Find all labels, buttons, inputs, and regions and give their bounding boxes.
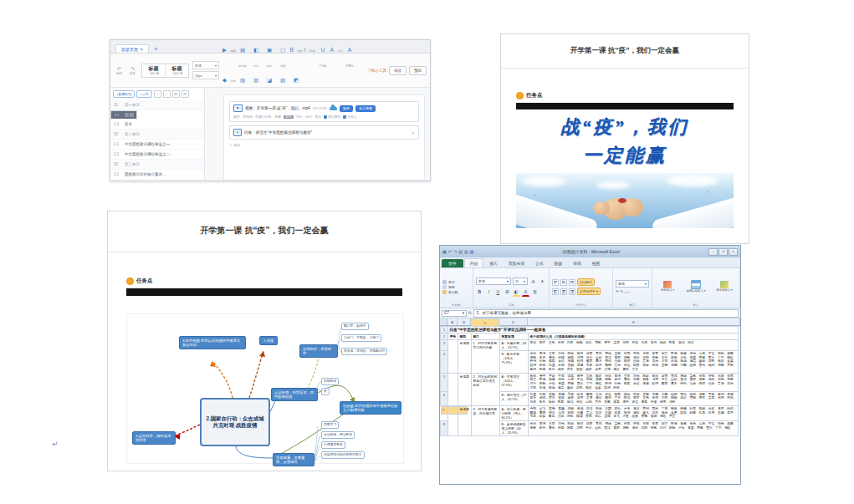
undo-button[interactable]: ↶撤销 bbox=[114, 66, 125, 75]
font-color-button[interactable]: A bbox=[522, 288, 529, 297]
toolbar-icon-button[interactable]: ▤ 素材库 bbox=[236, 40, 249, 70]
cell-option[interactable]: A：专心备课，用心钻研（78人，64.1%） bbox=[500, 405, 529, 420]
edit-pencil-icon[interactable]: ✎ bbox=[140, 47, 143, 52]
qat-icon[interactable]: ▤ bbox=[458, 249, 463, 254]
align-center-button[interactable] bbox=[560, 288, 567, 295]
checkbox-checked-icon[interactable] bbox=[324, 115, 327, 119]
align-right-button[interactable] bbox=[569, 288, 575, 295]
cell-option[interactable]: A：非常关注（103人，57.3%） bbox=[500, 373, 529, 391]
editor-page-tab[interactable]: 新建页面 ✎ bbox=[115, 44, 149, 53]
mindmap-center-node[interactable]: 2.国家在行动：众志成城 共克时艰 战胜疫情 bbox=[200, 398, 270, 446]
number-format-select[interactable]: 常规▾ bbox=[616, 280, 649, 288]
wrap-text-button[interactable]: 自动换行 bbox=[577, 278, 595, 286]
italic-button[interactable]: I bbox=[485, 288, 493, 296]
mindmap-leaf[interactable]: 新冠肺炎 bbox=[321, 378, 339, 385]
outline-item-selected[interactable]: 1.1开学第一课 抗“疫”，我… bbox=[110, 110, 137, 120]
mindmap-leaf[interactable]: 早发现，早报告，早隔离治疗 bbox=[341, 348, 387, 355]
questionnaire-block[interactable]: ≡ 问卷：师范生“中学思想政治课程与教学” ✕ bbox=[229, 125, 419, 140]
close-button[interactable]: ✕ bbox=[729, 248, 738, 256]
tab-page-layout[interactable]: 页面布局 bbox=[504, 259, 529, 267]
header-cell[interactable]: 题型 bbox=[458, 333, 472, 340]
copy-button[interactable]: ⧉ bbox=[172, 90, 180, 98]
cell-names[interactable]: 陈洁、李婷、王慧、张倩、刘芳、杨柳、赵欣、黄敏、周平、吴霞、徐娟、孙杰、马俊、朱… bbox=[529, 340, 739, 351]
mindmap-leaf[interactable]: 传染病防治知识和防控要求 bbox=[321, 451, 365, 459]
cell-type[interactable]: 单选题 bbox=[458, 373, 472, 405]
outline-section[interactable]: 01第一单元 bbox=[110, 100, 204, 110]
cell-question-active[interactable]: 3、对于备课写教案，你的做法是 bbox=[472, 405, 500, 435]
toolbar-icon-button[interactable]: I 斜体 bbox=[303, 40, 316, 70]
underline-button[interactable]: U bbox=[494, 288, 502, 296]
cell-question[interactable]: 1、对中学教育教学工作的兴趣 bbox=[472, 340, 500, 374]
qat-icon[interactable]: ▦ bbox=[442, 249, 447, 254]
cell-option[interactable]: B：参考现成教案适当调整（44人，35.9%） bbox=[500, 420, 529, 435]
cell-styles-button[interactable]: 单元格样式 ▾ bbox=[712, 281, 737, 293]
toolbar-icon-button[interactable]: ▢ 文档 bbox=[276, 40, 289, 70]
video-player-bar[interactable] bbox=[516, 103, 734, 109]
grow-font-button[interactable]: A bbox=[529, 277, 537, 286]
qat-icon[interactable]: ▧ bbox=[470, 249, 474, 254]
tab-insert[interactable]: 插入 bbox=[484, 259, 503, 267]
tab-review[interactable]: 审阅 bbox=[568, 259, 586, 267]
heading2-button[interactable]: 标题 二级标题 bbox=[165, 64, 188, 77]
video-player-bar[interactable] bbox=[126, 288, 402, 296]
cell-names[interactable]: 孔雯、白杨、崔颖、康健、毛俊、邱月、秦朗、江南、史佳、顾军、侯静、邵帅、孟娜、龙… bbox=[529, 391, 739, 405]
excel-title-bar[interactable]: ▦↶↷▤▥▧ 问卷统计资料 - Microsoft Excel ─ ❐ ✕ bbox=[440, 246, 740, 257]
item-action-icons[interactable] bbox=[125, 113, 134, 117]
fill-color-button[interactable]: ◧ bbox=[513, 288, 520, 297]
cell-names[interactable]: 曹阳、彭飞、董梅、袁媛、邓超、傅强、沈洁、曾琪、吕蒙、苏杭、卢克、蒋欣、蔡明、贾… bbox=[529, 405, 739, 420]
tab-view[interactable]: 视图 bbox=[587, 259, 606, 267]
phonetic-button[interactable]: 变 bbox=[531, 288, 539, 296]
select-all-corner[interactable] bbox=[440, 318, 447, 325]
download-tools-link[interactable]: 下载小工具 bbox=[368, 69, 387, 73]
inline-save-link[interactable]: ✎ 保存 bbox=[229, 143, 419, 147]
tab-home[interactable]: 开始 bbox=[464, 258, 484, 267]
align-top-button[interactable] bbox=[552, 279, 559, 286]
add-section-button[interactable]: +小节 bbox=[136, 90, 151, 98]
tab-data[interactable]: 数据 bbox=[550, 259, 568, 267]
cell-option[interactable]: B：较为平常（100人，75.3%） bbox=[500, 351, 529, 374]
outline-section[interactable]: 03第三单元 bbox=[110, 160, 204, 170]
mindmap-node-recognize[interactable]: 认识疫情，科学应对，防控新冠肺炎 bbox=[271, 388, 318, 401]
outline-section[interactable]: 02第二单元 bbox=[110, 130, 204, 140]
cell-seq[interactable] bbox=[448, 405, 458, 435]
row-number[interactable]: 1 bbox=[441, 327, 448, 333]
insert-video-button[interactable]: 插入视频 bbox=[355, 105, 376, 112]
cell-option[interactable]: A：兴趣浓厚（18人，24.7%） bbox=[500, 340, 529, 351]
shrink-font-button[interactable]: A bbox=[539, 277, 546, 286]
font-size-select[interactable]: 11▾ bbox=[513, 277, 528, 285]
add-stage-button[interactable]: +新建阶段 bbox=[113, 90, 135, 98]
cell-type[interactable]: 单选题 bbox=[458, 405, 472, 435]
sheet-title-cell[interactable]: 问卷“中学思想政治课程与教学”开课状况调研——教师卷 bbox=[448, 327, 739, 333]
toolbar-icon-button[interactable]: A 背景色 bbox=[343, 40, 356, 70]
name-box[interactable]: C7▾ bbox=[442, 310, 467, 317]
number-buttons[interactable]: ￥ % ٫ ₀₀ bbox=[616, 289, 649, 293]
mindmap-node-4[interactable]: 4.崇尚科学，脚踏实地学科学 bbox=[132, 431, 176, 445]
font-name-select[interactable]: 宋体▾ bbox=[476, 277, 511, 285]
row-number[interactable]: 4 bbox=[441, 351, 448, 374]
row-number[interactable]: 3 bbox=[441, 340, 448, 351]
toolbar-icon-button[interactable]: B 加粗 bbox=[289, 40, 303, 70]
row-number[interactable]: 6 bbox=[441, 391, 448, 405]
row-number[interactable]: 5 bbox=[441, 373, 448, 391]
mindmap-leaf[interactable]: 少出门，不聚集，少串门 bbox=[341, 334, 381, 342]
mindmap-node-health[interactable]: 生命健康，发展素质，全面提升 bbox=[273, 453, 314, 466]
video-preview-button[interactable]: 预览 bbox=[340, 105, 353, 112]
refresh-button[interactable]: ⟳ bbox=[182, 90, 189, 98]
move-up-button[interactable]: ↑ bbox=[154, 90, 161, 98]
row-number[interactable]: 2 bbox=[441, 333, 448, 340]
col-D[interactable]: D bbox=[499, 318, 528, 325]
cell-option[interactable]: B：偶尔关注（77人，42.7%） bbox=[500, 391, 529, 405]
font-size-select[interactable]: 14px▾ bbox=[192, 71, 219, 79]
mindmap-node-self-protect[interactable]: 自我防护，科学防控 bbox=[299, 344, 338, 358]
qat-icon[interactable]: ↶ bbox=[448, 249, 452, 254]
header-cell[interactable]: 题目 bbox=[472, 333, 500, 340]
qat-icon[interactable]: ↷ bbox=[453, 249, 457, 254]
video-options-text[interactable]: 展开 防拖拽 防窗口切换 观看 bbox=[233, 115, 281, 119]
align-middle-button[interactable] bbox=[560, 279, 567, 286]
move-down-button[interactable]: ↓ bbox=[163, 90, 171, 98]
mindmap-leaf[interactable]: 心理健康教育 bbox=[321, 441, 345, 449]
toolbar-icon-button[interactable]: ▣ 图片 bbox=[263, 40, 276, 70]
cell-names[interactable]: 张华、李明、王芳、刘伟、陈静、杨洋、赵雷、黄蓉、周琦、吴敏、徐亮、孙悦、马丽、朱… bbox=[529, 351, 739, 374]
cell-question[interactable]: 2、对社会时政和教育信息的关注程度 bbox=[472, 373, 500, 405]
tab-formulas[interactable]: 公式 bbox=[530, 259, 549, 267]
